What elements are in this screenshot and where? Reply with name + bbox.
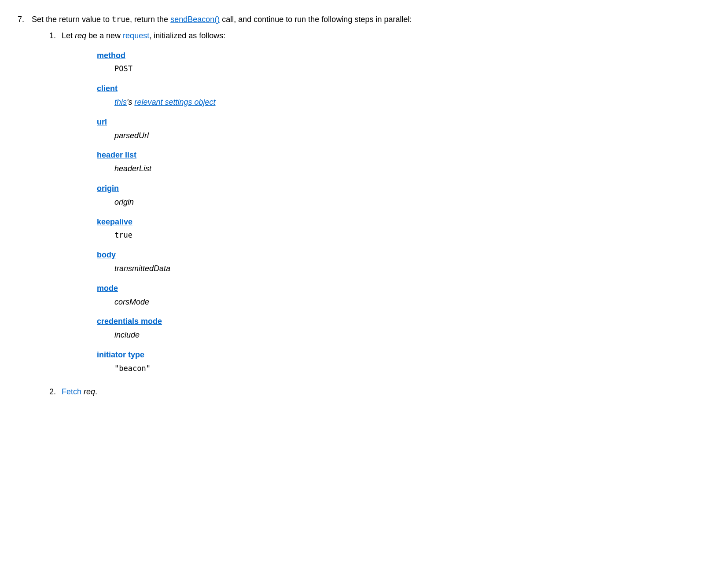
send-beacon-link[interactable]: sendBeacon(): [170, 15, 220, 24]
def-row-origin: origin origin: [97, 182, 225, 209]
def-value-body: transmittedData: [97, 262, 225, 275]
substep-2-item: 2. Fetch req.: [49, 386, 412, 398]
def-row-initiator-type: initiator type "beacon": [97, 349, 225, 375]
client-apostrophe: 's: [127, 98, 134, 107]
def-term-origin: origin: [97, 182, 225, 195]
substep-1-item: 1. Let req be a new request, initialized…: [49, 29, 412, 382]
substep-1-text-before: Let: [62, 31, 75, 40]
def-row-mode: mode corsMode: [97, 282, 225, 309]
def-value-keepalive: true: [97, 229, 225, 242]
mode-link[interactable]: mode: [97, 284, 118, 293]
origin-link[interactable]: origin: [97, 184, 119, 193]
def-row-url: url parsedUrl: [97, 116, 225, 142]
step-7-content: Set the return value to true, return the…: [32, 13, 412, 401]
fetch-link[interactable]: Fetch: [62, 387, 81, 396]
client-link[interactable]: client: [97, 84, 118, 93]
def-row-method: method POST: [97, 49, 225, 76]
sub-steps-list: 1. Let req be a new request, initialized…: [32, 29, 412, 398]
keepalive-link[interactable]: keepalive: [97, 217, 132, 226]
def-value-url: parsedUrl: [97, 129, 225, 142]
def-value-client: this's relevant settings object: [97, 96, 225, 109]
header-list-value-em: headerList: [114, 164, 151, 173]
def-value-origin: origin: [97, 196, 225, 209]
def-value-initiator-type: "beacon": [97, 362, 225, 375]
substep-1-text: Let req be a new request, initialized as…: [62, 31, 225, 40]
step-7-item: 7. Set the return value to true, return …: [18, 13, 710, 401]
keepalive-value-code: true: [114, 231, 132, 239]
credentials-mode-link[interactable]: credentials mode: [97, 317, 162, 326]
this-link[interactable]: this: [114, 98, 127, 107]
method-link[interactable]: method: [97, 51, 125, 60]
req-em: req: [75, 31, 86, 40]
initiator-type-value-code: "beacon": [114, 364, 151, 373]
substep-1-text-after: , initialized as follows:: [149, 31, 225, 40]
relevant-settings-link[interactable]: relevant settings object: [134, 98, 215, 107]
step-7-text-before: Set the return value to: [32, 15, 112, 24]
url-link[interactable]: url: [97, 118, 107, 126]
substep-1-number: 1.: [49, 29, 58, 382]
mode-value-em: corsMode: [114, 298, 149, 306]
def-term-keepalive: keepalive: [97, 216, 225, 228]
def-value-header-list: headerList: [97, 162, 225, 175]
def-value-mode: corsMode: [97, 296, 225, 309]
substep-2-period: .: [95, 387, 97, 396]
step-7-number: 7.: [18, 13, 28, 401]
def-row-keepalive: keepalive true: [97, 216, 225, 242]
substep-1-content: Let req be a new request, initialized as…: [62, 29, 225, 382]
def-term-header-list: header list: [97, 149, 225, 162]
body-link[interactable]: body: [97, 250, 116, 259]
def-term-client: client: [97, 82, 225, 95]
outer-ordered-list: 7. Set the return value to true, return …: [18, 13, 710, 401]
def-row-client: client this's relevant settings object: [97, 82, 225, 109]
def-term-body: body: [97, 249, 225, 261]
def-term-method: method: [97, 49, 225, 62]
step-7-text: Set the return value to true, return the…: [32, 15, 412, 24]
def-row-credentials-mode: credentials mode include: [97, 315, 225, 342]
initiator-type-link[interactable]: initiator type: [97, 350, 144, 359]
step-7-text-middle: , return the: [130, 15, 170, 24]
origin-value-em: origin: [114, 198, 134, 206]
def-term-credentials-mode: credentials mode: [97, 315, 225, 328]
def-term-url: url: [97, 116, 225, 129]
body-value-em: transmittedData: [114, 264, 170, 273]
def-term-initiator-type: initiator type: [97, 349, 225, 361]
method-value-code: POST: [114, 64, 132, 73]
header-list-link[interactable]: header list: [97, 151, 136, 159]
request-link[interactable]: request: [123, 31, 149, 40]
req-em-2: req: [84, 387, 95, 396]
def-value-credentials-mode: include: [97, 329, 225, 342]
credentials-mode-value-em: include: [114, 331, 140, 339]
def-row-body: body transmittedData: [97, 249, 225, 275]
def-term-mode: mode: [97, 282, 225, 295]
def-value-method: POST: [97, 62, 225, 75]
def-row-header-list: header list headerList: [97, 149, 225, 175]
url-value-em: parsedUrl: [114, 131, 149, 140]
substep-2-number: 2.: [49, 386, 58, 398]
step-7-text-after: call, and continue to run the following …: [220, 15, 412, 24]
true-code: true: [112, 15, 130, 24]
substep-2-content: Fetch req.: [62, 386, 97, 398]
substep-1-text-middle: be a new: [86, 31, 123, 40]
definition-table: method POST client: [97, 49, 225, 375]
